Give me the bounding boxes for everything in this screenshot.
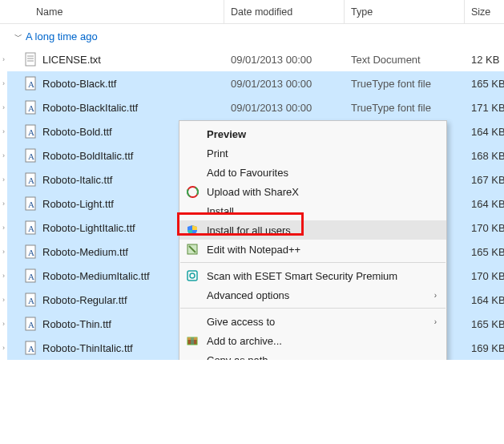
- ctx-advanced-options[interactable]: Advanced options›: [179, 285, 446, 305]
- context-menu: Preview Print Add to Favourites Upload w…: [179, 120, 447, 360]
- ctx-eset-scan[interactable]: Scan with ESET Smart Security Premium: [179, 266, 446, 285]
- chevron-right-icon: ›: [0, 192, 7, 216]
- file-date: 09/01/2013 00:00: [224, 78, 345, 90]
- file-size: 165 KB: [465, 318, 504, 330]
- chevron-right-icon: ›: [0, 336, 7, 360]
- group-header[interactable]: ﹀ A long time ago: [0, 24, 504, 47]
- file-name: Roboto-ThinItalic.ttf: [42, 342, 133, 354]
- file-size: 168 KB: [465, 150, 504, 162]
- ctx-copy-path[interactable]: Copy as path: [179, 350, 446, 360]
- file-name: Roboto-LightItalic.ttf: [42, 222, 135, 234]
- ctx-notepadpp[interactable]: Edit with Notepad++: [179, 240, 446, 259]
- table-row[interactable]: › A Roboto-BlackItalic.ttf 09/01/2013 00…: [7, 95, 504, 119]
- ctx-install-all-users[interactable]: Install for all users: [179, 220, 446, 240]
- chevron-right-icon: ›: [0, 288, 7, 312]
- svg-text:A: A: [28, 200, 34, 209]
- file-type: Text Document: [345, 54, 465, 66]
- chevron-right-icon: ›: [0, 168, 7, 192]
- svg-text:A: A: [28, 248, 34, 257]
- ctx-install[interactable]: Install: [179, 201, 446, 220]
- ctx-print[interactable]: Print: [179, 143, 446, 163]
- file-type: TrueType font file: [345, 102, 465, 114]
- file-size: 164 KB: [465, 198, 504, 210]
- svg-rect-35: [191, 337, 194, 345]
- col-size[interactable]: Size: [465, 0, 504, 23]
- font-file-icon: A: [25, 220, 38, 235]
- svg-text:A: A: [28, 224, 34, 233]
- ctx-add-archive[interactable]: Add to archive...: [179, 331, 446, 350]
- font-file-icon: A: [25, 124, 38, 139]
- file-size: 167 KB: [465, 174, 504, 186]
- font-file-icon: A: [25, 341, 38, 355]
- chevron-right-icon: ›: [0, 240, 7, 264]
- chevron-right-icon: ›: [434, 317, 437, 326]
- sharex-icon: [186, 185, 199, 198]
- svg-rect-31: [187, 271, 197, 281]
- chevron-right-icon: ›: [0, 47, 7, 71]
- file-name: Roboto-Bold.ttf: [42, 126, 112, 138]
- svg-text:A: A: [28, 176, 34, 185]
- font-file-icon: A: [25, 172, 38, 187]
- svg-text:A: A: [28, 103, 34, 113]
- file-size: 165 KB: [465, 246, 504, 258]
- svg-text:A: A: [28, 272, 34, 281]
- file-name: Roboto-Regular.ttf: [42, 294, 127, 306]
- ctx-favourites[interactable]: Add to Favourites: [179, 163, 446, 182]
- group-label: A long time ago: [26, 30, 98, 42]
- file-name: Roboto-Medium.ttf: [42, 246, 128, 258]
- column-header: Name Date modified Type Size: [0, 0, 504, 24]
- svg-text:A: A: [28, 320, 34, 329]
- ctx-preview[interactable]: Preview: [179, 124, 446, 143]
- file-type: TrueType font file: [345, 78, 465, 90]
- file-size: 169 KB: [465, 342, 504, 354]
- font-file-icon: A: [25, 100, 38, 115]
- font-file-icon: A: [25, 196, 38, 211]
- file-size: 164 KB: [465, 294, 504, 306]
- font-file-icon: A: [25, 268, 38, 283]
- col-name[interactable]: Name: [0, 0, 224, 23]
- file-size: 164 KB: [465, 126, 504, 138]
- file-name: Roboto-Thin.ttf: [42, 318, 111, 330]
- chevron-down-icon: ﹀: [14, 31, 22, 42]
- file-name: Roboto-BlackItalic.ttf: [42, 102, 138, 114]
- font-file-icon: A: [25, 317, 38, 331]
- svg-rect-0: [26, 53, 35, 66]
- file-name: Roboto-Black.ttf: [42, 78, 117, 90]
- svg-text:A: A: [28, 344, 34, 353]
- font-file-icon: A: [25, 244, 38, 259]
- col-type[interactable]: Type: [345, 0, 465, 23]
- file-size: 171 KB: [465, 102, 504, 114]
- table-row[interactable]: › LICENSE.txt 09/01/2013 00:00 Text Docu…: [7, 47, 504, 71]
- file-name: LICENSE.txt: [42, 54, 101, 66]
- file-date: 09/01/2013 00:00: [224, 102, 345, 114]
- font-file-icon: A: [25, 148, 38, 163]
- ctx-sharex[interactable]: Upload with ShareX: [179, 182, 446, 201]
- font-file-icon: A: [25, 76, 38, 91]
- shield-icon: [186, 224, 199, 236]
- file-size: 170 KB: [465, 222, 504, 234]
- file-size: 12 KB: [465, 54, 504, 66]
- ctx-give-access[interactable]: Give access to›: [179, 312, 446, 331]
- file-date: 09/01/2013 00:00: [224, 54, 345, 66]
- file-name: Roboto-Light.ttf: [42, 198, 114, 210]
- chevron-right-icon: ›: [0, 143, 7, 168]
- chevron-right-icon: ›: [0, 119, 7, 143]
- chevron-right-icon: ›: [0, 216, 7, 240]
- chevron-right-icon: ›: [0, 95, 7, 119]
- chevron-right-icon: ›: [0, 264, 7, 288]
- chevron-right-icon: ›: [0, 71, 7, 95]
- separator: [180, 262, 446, 263]
- col-date[interactable]: Date modified: [224, 0, 345, 23]
- svg-text:A: A: [28, 151, 34, 161]
- svg-text:A: A: [28, 79, 34, 89]
- svg-text:A: A: [28, 127, 34, 137]
- file-name: Roboto-Italic.ttf: [42, 174, 112, 186]
- svg-text:A: A: [28, 296, 34, 305]
- table-row[interactable]: › A Roboto-Black.ttf 09/01/2013 00:00 Tr…: [7, 71, 504, 95]
- svg-point-32: [190, 273, 195, 278]
- file-name: Roboto-MediumItalic.ttf: [42, 270, 150, 282]
- separator: [180, 308, 446, 309]
- chevron-right-icon: ›: [0, 312, 7, 336]
- file-name: Roboto-BoldItalic.ttf: [42, 150, 133, 162]
- notepadpp-icon: [186, 243, 199, 256]
